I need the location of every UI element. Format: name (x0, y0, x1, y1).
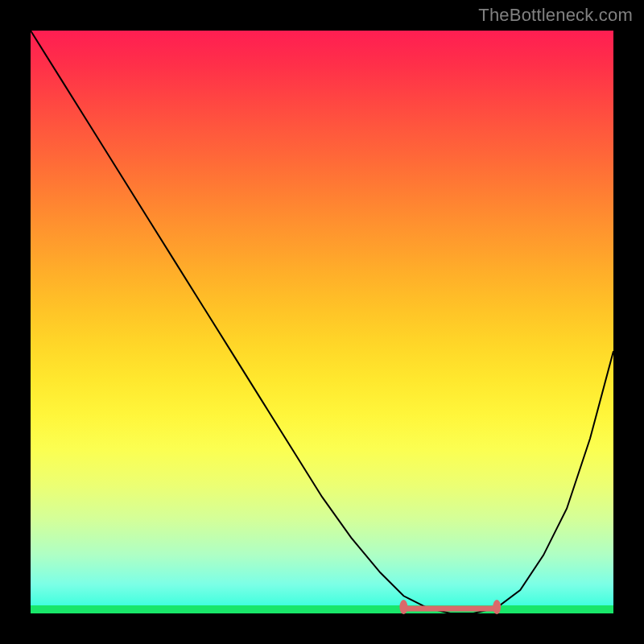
chart-frame: TheBottleneck.com (0, 0, 644, 644)
bottleneck-curve (31, 31, 613, 613)
watermark-text: TheBottleneck.com (478, 5, 633, 26)
plot-area (31, 31, 613, 613)
curve-path (31, 31, 613, 613)
optimal-range-cap-right (493, 600, 501, 614)
optimal-range-cap-left (399, 600, 407, 614)
